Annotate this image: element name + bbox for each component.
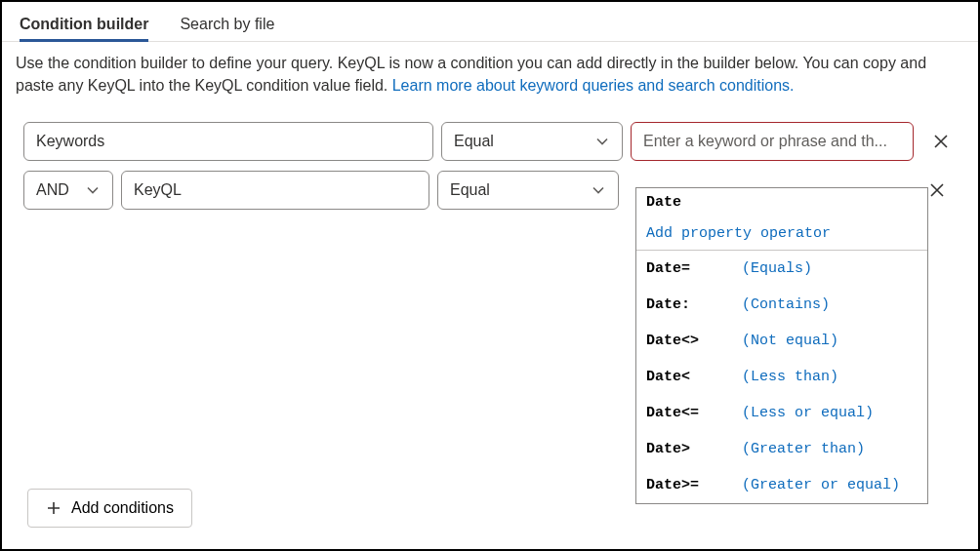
dropdown-item[interactable]: Date< (Less than) — [636, 359, 927, 395]
operator-desc: (Less than) — [742, 369, 838, 385]
property-value: KeyQL — [134, 181, 182, 199]
logic-select[interactable]: AND — [23, 171, 113, 210]
operator-code: Date= — [646, 260, 742, 277]
dropdown-item[interactable]: Date= (Equals) — [636, 251, 927, 287]
operator-value: Equal — [450, 181, 490, 199]
tab-bar: Condition builder Search by file — [2, 2, 978, 42]
dropdown-item[interactable]: Date> (Greater than) — [636, 431, 927, 467]
operator-value: Equal — [454, 133, 494, 150]
dropdown-item[interactable]: Date<> (Not equal) — [636, 323, 927, 359]
keyql-autocomplete-dropdown: Date Add property operator Date= (Equals… — [635, 187, 928, 504]
property-field[interactable]: Keywords — [23, 122, 433, 161]
property-field[interactable]: KeyQL — [121, 171, 429, 210]
operator-code: Date<= — [646, 405, 742, 421]
condition-row: Keywords Equal — [23, 122, 960, 161]
add-conditions-label: Add conditions — [71, 499, 174, 517]
operator-desc: (Contains) — [742, 296, 830, 313]
operator-code: Date>= — [646, 477, 742, 493]
dropdown-item[interactable]: Date<= (Less or equal) — [636, 395, 927, 431]
chevron-down-icon — [85, 182, 101, 198]
logic-value: AND — [36, 181, 69, 199]
operator-desc: (Less or equal) — [742, 405, 874, 421]
operator-select[interactable]: Equal — [441, 122, 623, 161]
tab-condition-builder[interactable]: Condition builder — [20, 14, 148, 41]
dropdown-header: Add property operator — [636, 217, 927, 251]
tab-search-by-file[interactable]: Search by file — [180, 14, 274, 41]
add-conditions-button[interactable]: Add conditions — [27, 489, 192, 528]
chevron-down-icon — [591, 182, 606, 198]
close-icon — [932, 133, 950, 150]
dropdown-item[interactable]: Date: (Contains) — [636, 287, 927, 323]
operator-code: Date< — [646, 369, 742, 385]
plus-icon — [46, 500, 61, 516]
dropdown-item[interactable]: Date>= (Greater or equal) — [636, 467, 927, 503]
operator-select[interactable]: Equal — [437, 171, 619, 210]
chevron-down-icon — [594, 134, 610, 149]
value-input-wrapper — [631, 122, 914, 161]
operator-code: Date: — [646, 296, 742, 313]
learn-more-link[interactable]: Learn more about keyword queries and sea… — [392, 77, 795, 94]
operator-desc: (Not equal) — [742, 333, 838, 349]
operator-desc: (Greater or equal) — [742, 477, 900, 493]
description-text: Use the condition builder to define your… — [2, 42, 978, 114]
remove-condition-button[interactable] — [925, 126, 957, 157]
close-icon — [928, 181, 946, 199]
keyql-input-value[interactable]: Date — [636, 188, 927, 217]
property-value: Keywords — [36, 133, 104, 150]
operator-desc: (Equals) — [742, 260, 812, 277]
value-input[interactable] — [643, 133, 901, 150]
operator-desc: (Greater than) — [742, 441, 865, 457]
operator-code: Date> — [646, 441, 742, 457]
operator-code: Date<> — [646, 333, 742, 349]
